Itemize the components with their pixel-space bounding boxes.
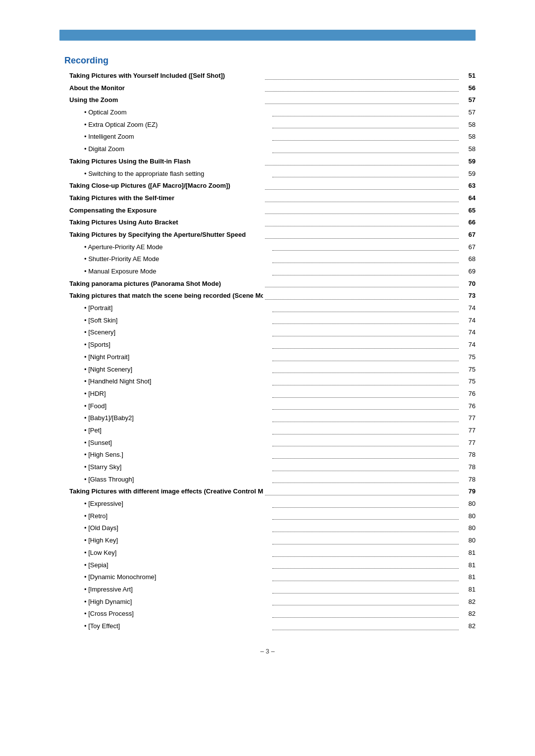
page-number: – 3 – — [59, 648, 476, 655]
toc-page-number: 82 — [461, 608, 476, 620]
toc-item: Taking Pictures by Specifying the Apertu… — [59, 229, 476, 241]
toc-label: • [Toy Effect] — [84, 620, 270, 633]
toc-page-number: 58 — [461, 119, 476, 131]
toc-page-number: 81 — [461, 584, 476, 596]
toc-page-number: 80 — [461, 522, 476, 535]
toc-dots — [272, 388, 459, 398]
toc-dots — [272, 522, 459, 532]
toc-page-number: 51 — [461, 70, 476, 82]
toc-dots — [265, 290, 459, 300]
toc-label: About the Monitor — [69, 82, 263, 95]
toc-item: • [Night Portrait]75 — [59, 351, 476, 364]
toc-dots — [272, 315, 459, 324]
toc-item: Taking Pictures with Yourself Included (… — [59, 70, 476, 82]
toc-item: • [Scenery]74 — [59, 326, 476, 339]
toc-label: • Switching to the appropriate flash set… — [84, 168, 270, 180]
toc-label: • Aperture-Priority AE Mode — [84, 241, 270, 254]
toc-page-number: 58 — [461, 143, 476, 156]
toc-label: • [Low Key] — [84, 547, 270, 559]
toc-item: • [Sepia]81 — [59, 559, 476, 572]
toc-label: • Shutter-Priority AE Mode — [84, 253, 270, 266]
toc-item: • Optical Zoom57 — [59, 107, 476, 119]
toc-page-number: 79 — [461, 486, 476, 498]
toc-item: • [Glass Through]78 — [59, 474, 476, 486]
toc-dots — [272, 241, 459, 251]
toc-label: • [Night Portrait] — [84, 351, 270, 364]
toc-item: • Manual Exposure Mode69 — [59, 266, 476, 278]
toc-label: • Optical Zoom — [84, 107, 270, 119]
toc-page-number: 59 — [461, 168, 476, 180]
toc-page-number: 78 — [461, 449, 476, 461]
toc-page-number: 75 — [461, 351, 476, 364]
section-title: Recording — [59, 55, 476, 66]
toc-label: • [Handheld Night Shot] — [84, 376, 270, 388]
toc-label: • Extra Optical Zoom (EZ) — [84, 119, 270, 131]
toc-label: • [Old Days] — [84, 522, 270, 535]
toc-page-number: 69 — [461, 266, 476, 278]
toc-label: • [Sports] — [84, 339, 270, 351]
toc-item: • [Sports]74 — [59, 339, 476, 351]
toc-item: • Intelligent Zoom58 — [59, 131, 476, 143]
toc-dots — [265, 180, 459, 190]
toc-item: • Aperture-Priority AE Mode67 — [59, 241, 476, 254]
toc-page-number: 74 — [461, 326, 476, 339]
toc-dots — [272, 400, 459, 410]
toc-dots — [265, 486, 459, 495]
toc-page-number: 57 — [461, 94, 476, 107]
toc-page-number: 77 — [461, 437, 476, 449]
toc-dots — [265, 278, 459, 288]
toc-label: • [High Dynamic] — [84, 596, 270, 608]
toc-dots — [265, 205, 459, 215]
toc-item: Taking panorama pictures (Panorama Shot … — [59, 278, 476, 290]
toc-dots — [272, 620, 459, 630]
toc-label: • [Food] — [84, 400, 270, 413]
toc-item: About the Monitor56 — [59, 82, 476, 95]
toc-page-number: 80 — [461, 535, 476, 547]
toc-dots — [265, 156, 459, 165]
toc-page-number: 76 — [461, 388, 476, 400]
toc-label: • [Sunset] — [84, 437, 270, 449]
toc-item: Taking Pictures with different image eff… — [59, 486, 476, 498]
toc-label: • Manual Exposure Mode — [84, 266, 270, 278]
toc-dots — [272, 412, 459, 422]
toc-label: • [Soft Skin] — [84, 315, 270, 327]
toc-item: • [Pet]77 — [59, 425, 476, 437]
toc-dots — [272, 253, 459, 263]
toc-page-number: 67 — [461, 241, 476, 254]
toc-dots — [265, 229, 459, 239]
toc-page-number: 77 — [461, 412, 476, 425]
toc-dots — [272, 119, 459, 129]
toc-label: Taking Close-up Pictures ([AF Macro]/[Ma… — [69, 180, 263, 192]
toc-label: Taking Pictures by Specifying the Apertu… — [69, 229, 263, 241]
toc-page-number: 78 — [461, 461, 476, 474]
toc-dots — [272, 326, 459, 336]
toc-item: • [Toy Effect]82 — [59, 620, 476, 633]
toc-label: • Digital Zoom — [84, 143, 270, 156]
toc-dots — [272, 535, 459, 544]
top-bar-decoration — [59, 30, 476, 41]
toc-dots — [272, 364, 459, 374]
toc-item: Compensating the Exposure65 — [59, 205, 476, 217]
toc-dots — [272, 498, 459, 508]
toc-label: • [Sepia] — [84, 559, 270, 572]
toc-item: Taking Close-up Pictures ([AF Macro]/[Ma… — [59, 180, 476, 192]
toc-item: • [Dynamic Monochrome]81 — [59, 571, 476, 584]
toc-item: Taking Pictures Using Auto Bracket66 — [59, 216, 476, 229]
toc-page-number: 68 — [461, 253, 476, 266]
toc-page-number: 76 — [461, 400, 476, 413]
toc-item: • [Food]76 — [59, 400, 476, 413]
toc-item: • [Cross Process]82 — [59, 608, 476, 620]
toc-label: Taking Pictures with Yourself Included (… — [69, 70, 263, 82]
toc-page-number: 75 — [461, 376, 476, 388]
toc-dots — [272, 302, 459, 312]
toc-label: • [Baby1]/[Baby2] — [84, 412, 270, 425]
toc-label: • [Retro] — [84, 510, 270, 523]
toc-page-number: 80 — [461, 510, 476, 523]
toc-dots — [272, 266, 459, 275]
toc-label: • [Portrait] — [84, 302, 270, 315]
toc-page-number: 75 — [461, 364, 476, 376]
toc-dots — [272, 461, 459, 471]
toc-label: • [Scenery] — [84, 326, 270, 339]
toc-page-number: 70 — [461, 278, 476, 290]
toc-label: Taking Pictures Using Auto Bracket — [69, 216, 263, 229]
